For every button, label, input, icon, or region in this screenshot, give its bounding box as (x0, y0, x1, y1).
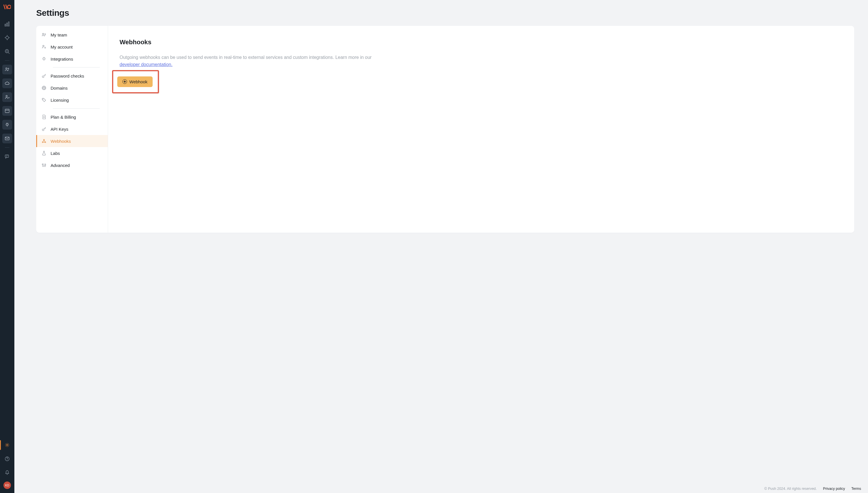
svg-line-40 (45, 75, 45, 76)
rail-mail[interactable] (2, 134, 12, 143)
svg-rect-17 (5, 109, 9, 113)
svg-point-13 (8, 68, 9, 69)
avatar-initials: KD (5, 484, 9, 487)
settings-nav-password-checks[interactable]: Password checks (36, 70, 108, 82)
rail-help[interactable] (2, 454, 12, 464)
svg-rect-24 (5, 155, 8, 157)
content-area: Webhooks Outgoing webhooks can be used t… (108, 26, 854, 233)
tag-icon (41, 98, 46, 103)
content-heading: Webhooks (120, 39, 843, 46)
user-gear-icon (41, 44, 46, 49)
annotation-highlight: Webhook (112, 70, 159, 93)
svg-point-52 (45, 142, 46, 143)
rail-notifications[interactable] (2, 468, 12, 477)
bar-chart-icon (5, 21, 10, 26)
rail-divider (5, 147, 9, 148)
rail-divider (5, 60, 9, 61)
rail-search[interactable] (2, 46, 12, 56)
svg-point-38 (42, 76, 44, 78)
svg-point-4 (6, 36, 8, 39)
browser-icon (5, 108, 10, 113)
svg-point-0 (7, 5, 11, 8)
svg-point-57 (44, 166, 45, 167)
nav-label: Labs (50, 151, 60, 156)
rail-browser[interactable] (2, 106, 12, 116)
svg-point-14 (6, 95, 7, 97)
button-label: Webhook (129, 79, 147, 84)
webhook-icon (41, 138, 46, 144)
svg-point-31 (45, 34, 45, 35)
bell-icon (5, 470, 10, 475)
rail-dashboard[interactable] (2, 19, 12, 29)
rail-target[interactable] (2, 33, 12, 43)
content-description: Outgoing webhooks can be used to send ev… (120, 54, 378, 68)
svg-point-50 (43, 140, 44, 140)
plus-circle-icon (123, 79, 127, 84)
plug-icon (5, 122, 10, 127)
svg-point-27 (7, 445, 8, 446)
svg-point-10 (6, 50, 8, 52)
settings-card: My team My account Integrations (36, 26, 854, 233)
chat-icon (5, 154, 10, 159)
svg-point-44 (43, 99, 43, 100)
svg-rect-1 (5, 24, 6, 26)
globe-icon (41, 85, 46, 90)
svg-rect-2 (7, 23, 7, 26)
crosshair-icon (5, 35, 10, 40)
nav-label: Password checks (50, 73, 84, 79)
add-webhook-button[interactable]: Webhook (117, 77, 153, 87)
rail-chat[interactable] (2, 152, 12, 162)
nav-label: Licensing (50, 98, 69, 103)
svg-point-12 (6, 68, 7, 69)
settings-nav-labs[interactable]: Labs (36, 147, 108, 159)
rail-cloud[interactable] (2, 79, 12, 88)
svg-point-30 (43, 33, 44, 35)
svg-rect-23 (5, 137, 9, 140)
nav-label: My account (50, 45, 73, 49)
nav-label: Domains (50, 86, 67, 90)
rail-user-plus[interactable] (2, 92, 12, 102)
svg-rect-3 (8, 22, 9, 26)
rail-users[interactable] (2, 65, 12, 74)
settings-nav-my-team[interactable]: My team (36, 29, 108, 41)
left-rail: KD (0, 0, 14, 493)
team-icon (41, 32, 46, 37)
gear-icon (5, 443, 10, 448)
rail-plug[interactable] (2, 120, 12, 130)
svg-point-56 (42, 164, 43, 165)
settings-nav: My team My account Integrations (36, 26, 108, 233)
mail-icon (5, 136, 10, 141)
user-avatar[interactable]: KD (3, 481, 11, 489)
svg-line-11 (8, 52, 9, 54)
settings-nav-domains[interactable]: Domains (36, 82, 108, 94)
rail-settings[interactable] (2, 440, 12, 450)
settings-nav-api-keys[interactable]: API Keys (36, 123, 108, 135)
cloud-icon (5, 81, 10, 86)
page-title: Settings (36, 8, 854, 18)
svg-point-47 (42, 129, 44, 131)
footer-terms-link[interactable]: Terms (851, 487, 861, 491)
svg-point-58 (45, 165, 46, 166)
users-icon (5, 67, 10, 72)
file-icon (41, 114, 46, 120)
nav-label: My team (50, 33, 67, 37)
settings-nav-plan-billing[interactable]: Plan & Billing (36, 111, 108, 123)
nav-divider (53, 108, 100, 109)
settings-nav-licensing[interactable]: Licensing (36, 94, 108, 106)
settings-nav-advanced[interactable]: Advanced (36, 159, 108, 171)
help-icon (5, 456, 10, 462)
settings-nav-integrations[interactable]: Integrations (36, 53, 108, 65)
nav-label: API Keys (50, 127, 68, 132)
settings-nav-my-account[interactable]: My account (36, 41, 108, 53)
svg-point-51 (42, 142, 43, 143)
plug-icon (41, 56, 46, 62)
svg-line-49 (45, 128, 45, 129)
svg-rect-34 (43, 58, 45, 60)
dev-docs-link[interactable]: developer documentation. (120, 62, 172, 67)
settings-nav-webhooks[interactable]: Webhooks (36, 135, 108, 147)
footer: © Push 2024. All rights reserved. Privac… (14, 485, 868, 493)
footer-privacy-link[interactable]: Privacy policy (823, 487, 845, 491)
app-logo[interactable] (3, 4, 11, 10)
description-text: Outgoing webhooks can be used to send ev… (120, 55, 372, 60)
magnify-icon (5, 49, 10, 54)
